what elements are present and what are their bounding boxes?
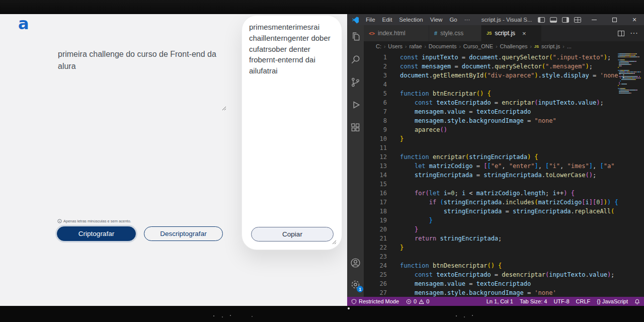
titlebar-actions: × [535,14,644,25]
maximize-button[interactable] [605,14,624,25]
code-line[interactable]: 1const inputTexto = document.querySelect… [364,53,644,62]
menu-edit[interactable]: Edit [379,14,396,25]
code-line[interactable]: 27 mensagem.style.backgroundImage = 'non… [364,288,644,297]
run-debug-icon[interactable] [349,99,362,111]
breadcrumb-item[interactable]: Curso_ONE [463,43,493,49]
more-actions-icon[interactable]: ··· [630,29,638,38]
encoding-item[interactable]: UTF-8 [553,298,569,304]
split-editor-icon[interactable] [618,31,624,36]
settings-gear-icon[interactable]: 1 [349,278,362,291]
window-title: script.js - Visual S... [481,14,532,25]
tab-script-js[interactable]: JS script.js × [481,25,542,41]
line-number: 27 [364,288,387,297]
vscode-logo-icon[interactable] [347,16,362,24]
menu-view[interactable]: View [427,14,446,25]
alura-logo: a [18,14,29,33]
eol-item[interactable]: CRLF [576,298,591,304]
tab-index-html[interactable]: <> index.html [364,25,429,41]
code-line[interactable]: 19 } [364,216,644,225]
explorer-icon[interactable] [349,30,362,43]
code-line[interactable]: 22} [364,243,644,252]
output-text[interactable]: primesmenterimesrai chaillenterngenter d… [249,22,337,245]
breadcrumb-item[interactable]: Users [388,43,403,49]
code-line[interactable]: 17 if (stringEncriptada.includes(matrizC… [364,198,644,207]
menu-file[interactable]: File [362,14,379,25]
menu-selection[interactable]: Selection [395,14,426,25]
code-line[interactable]: 6 const textoEncriptado = encriptar(inpu… [364,98,644,107]
minimize-button[interactable] [585,14,604,25]
breadcrumb-item[interactable]: C: [376,43,381,49]
code-line[interactable]: 23 [364,252,644,261]
tab-close-icon[interactable]: × [522,30,526,37]
restricted-mode-label: Restricted Mode [359,298,399,304]
code-line[interactable]: 8 mensagem.style.backgroundImage = "none… [364,116,644,125]
close-button[interactable]: × [625,14,644,25]
code-line[interactable]: 16 for(let i=0; i < matrizCodigo.length;… [364,189,644,198]
code-text: const textoEncriptado = desencriptar(inp… [387,270,614,279]
text-input[interactable]: primeira challenge do curso de Front-end… [58,48,226,111]
problems-item[interactable]: 0 0 [406,298,429,304]
notifications-bell[interactable] [634,299,640,304]
source-control-icon[interactable] [349,76,362,89]
toggle-sidebar-icon[interactable] [538,17,545,23]
extensions-icon[interactable] [349,121,362,134]
code-editor[interactable]: 1const inputTexto = document.querySelect… [364,51,644,297]
breadcrumb-item[interactable]: rafae [409,43,422,49]
line-number: 22 [364,243,387,252]
code-line[interactable]: 15 [364,180,644,189]
code-line[interactable]: 4 [364,80,644,89]
code-line[interactable]: 10} [364,134,644,143]
tab-style-css[interactable]: # style.css [429,25,481,41]
breadcrumb-item[interactable]: ... [567,43,572,49]
chevron-right-icon: › [561,44,566,49]
cursor-position-item[interactable]: Ln 1, Col 1 [487,298,513,304]
minimap-line [618,59,641,60]
indentation-item[interactable]: Tab Size: 4 [520,298,547,304]
line-number: 19 [364,216,387,225]
restricted-mode-item[interactable]: Restricted Mode [351,298,399,304]
toggle-panel-icon[interactable] [550,17,557,23]
code-line[interactable]: 3document.getElementById("div-aparece").… [364,71,644,80]
line-number: 3 [364,71,387,80]
minimap-line [618,68,641,69]
code-line[interactable]: 18 stringEncriptada = stringEncriptada.r… [364,207,644,216]
code-line[interactable]: 11 [364,143,644,152]
code-line[interactable]: 7 mensagem.value = textoEncriptado [364,107,644,116]
customize-layout-icon[interactable] [574,17,581,23]
code-line[interactable]: 21 return stringEncriptada; [364,234,644,243]
minimap-line [618,53,641,54]
toggle-secondary-sidebar-icon[interactable] [562,17,569,23]
language-mode-item[interactable]: {} JavaScript [597,298,628,304]
menu-more[interactable]: ··· [461,14,474,25]
encrypt-button[interactable]: Criptografar [57,226,136,241]
breadcrumb-item[interactable]: Challenges [500,43,527,49]
code-text [387,143,400,152]
desktop: a primeira challenge do curso de Front-e… [0,0,644,322]
menu-go[interactable]: Go [446,14,460,25]
code-line[interactable]: 14 stringEncriptada = stringEncriptada.t… [364,171,644,180]
code-line[interactable]: 25 const textoEncriptado = desencriptar(… [364,270,644,279]
minimap[interactable] [618,51,641,297]
code-line[interactable]: 20 } [364,225,644,234]
code-line[interactable]: 2const mensagem = document.querySelector… [364,62,644,71]
code-line[interactable]: 26 mensagem.value = textoEncriptado [364,279,644,288]
line-number: 4 [364,80,387,89]
language-label: JavaScript [602,298,628,304]
code-text [387,80,400,89]
breadcrumb-item[interactable]: Documents [429,43,457,49]
copy-button[interactable]: Copiar [251,227,334,242]
code-line[interactable]: 12function encriptar(stringEncriptada) { [364,152,644,162]
search-icon[interactable] [349,53,362,66]
minimap-line [618,87,641,88]
vscode-window: File Edit Selection View Go ··· script.j… [347,14,644,306]
code-line[interactable]: 5function btnEncriptar() { [364,89,644,98]
line-number: 11 [364,143,387,152]
line-number: 5 [364,89,387,98]
code-line[interactable]: 13 let matrizCodigo = [["e", "enter"], [… [364,162,644,171]
code-line[interactable]: 9 aparece() [364,125,644,134]
line-number: 17 [364,198,387,207]
breadcrumb-item[interactable]: script.js [541,43,560,49]
account-icon[interactable] [349,257,362,269]
decrypt-button[interactable]: Descriptografar [144,226,223,241]
code-line[interactable]: 24function btnDesencriptar() { [364,261,644,270]
